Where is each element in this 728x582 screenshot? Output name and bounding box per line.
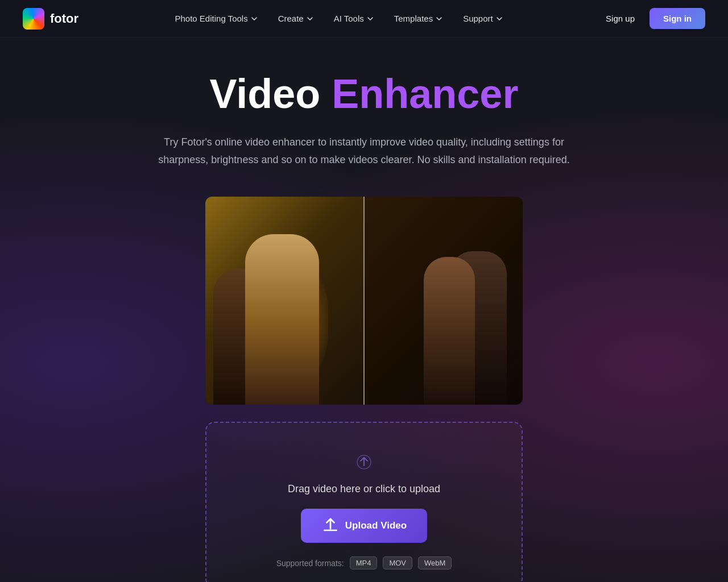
chevron-down-icon — [496, 15, 503, 22]
logo-text: fotor — [50, 11, 78, 26]
upload-icon-area — [218, 446, 510, 474]
drag-text: Drag video here or click to upload — [218, 483, 510, 495]
upload-area[interactable]: Drag video here or click to upload Uploa… — [205, 422, 523, 582]
video-divider — [363, 197, 365, 405]
video-right-panel — [364, 197, 523, 405]
signup-button[interactable]: Sign up — [599, 9, 642, 28]
format-badge-mov: MOV — [383, 556, 412, 569]
chevron-down-icon — [251, 15, 258, 22]
nav-item-photo-editing[interactable]: Photo Editing Tools — [167, 9, 266, 28]
hero-title-word-video: Video — [210, 71, 321, 117]
nav-item-support[interactable]: Support — [455, 9, 511, 28]
video-preview — [205, 197, 523, 405]
chevron-down-icon — [367, 15, 374, 22]
logo[interactable]: fotor — [23, 8, 78, 30]
logo-icon — [23, 8, 44, 30]
upload-icon — [321, 517, 340, 535]
nav-item-ai-tools[interactable]: AI Tools — [326, 9, 382, 28]
upload-video-button[interactable]: Upload Video — [301, 509, 427, 543]
video-left-panel — [205, 197, 364, 405]
nav-links: Photo Editing Tools Create AI Tools Temp… — [167, 9, 511, 28]
format-badge-webm: WebM — [418, 556, 452, 569]
hero-title-word-enhancer: Enhancer — [332, 71, 518, 117]
navbar: fotor Photo Editing Tools Create AI Tool… — [0, 0, 728, 38]
signin-button[interactable]: Sign in — [650, 8, 705, 29]
nav-auth: Sign up Sign in — [599, 8, 705, 29]
supported-formats: Supported formats: MP4 MOV WebM — [218, 556, 510, 569]
hero-title: Video Enhancer — [11, 72, 717, 117]
hero-subtitle: Try Fotor's online video enhancer to ins… — [148, 134, 580, 168]
figure-4 — [424, 257, 475, 405]
chevron-down-icon — [436, 15, 442, 22]
chevron-down-icon — [307, 15, 313, 22]
figure-2 — [245, 234, 319, 405]
nav-item-create[interactable]: Create — [270, 9, 321, 28]
upload-cloud-icon — [350, 446, 378, 473]
nav-item-templates[interactable]: Templates — [386, 9, 450, 28]
hero-section: Video Enhancer Try Fotor's online video … — [0, 38, 728, 582]
format-badge-mp4: MP4 — [350, 556, 378, 569]
